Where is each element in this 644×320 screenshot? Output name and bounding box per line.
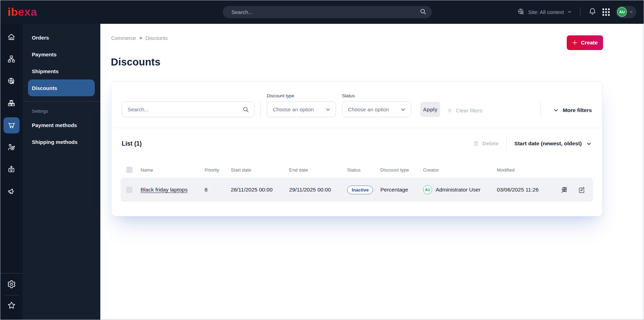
search-icon[interactable]: [420, 8, 427, 16]
status-value: Choose an option: [348, 106, 389, 112]
more-filters-toggle[interactable]: More filters: [553, 107, 592, 113]
menu-item-shipments[interactable]: Shipments: [23, 63, 100, 79]
chevron-down-icon: [553, 107, 559, 113]
status-filter: Status Choose an option: [342, 93, 411, 117]
main-content: Commerce > Discounts Create Discounts Di…: [100, 24, 644, 320]
page-title: Discounts: [111, 56, 160, 68]
discount-type-filter: Discount type Choose an option: [267, 93, 336, 117]
discount-type-label: Discount type: [267, 93, 336, 98]
menu-item-orders[interactable]: Orders: [23, 29, 100, 46]
marketing-megaphone-icon[interactable]: [3, 180, 20, 202]
chevron-down-icon: [586, 141, 592, 147]
filter-search-input[interactable]: [128, 106, 242, 112]
delete-button[interactable]: Delete: [473, 140, 499, 147]
commerce-cart-icon-active[interactable]: [3, 114, 20, 136]
products-boxes-icon[interactable]: [3, 92, 20, 114]
discounts-table: Name Priority Start date End date Status…: [121, 165, 593, 202]
site-context-selector[interactable]: Site: All context: [517, 8, 572, 16]
notifications-bell-icon[interactable]: [588, 7, 596, 17]
content-structure-icon[interactable]: [3, 48, 20, 70]
user-avatar: AU: [617, 7, 627, 17]
global-search-input[interactable]: [231, 9, 420, 15]
creator-avatar: AU: [423, 185, 432, 194]
apply-button[interactable]: Apply: [420, 102, 440, 117]
discount-type-value: Choose an option: [273, 106, 314, 112]
chevron-down-icon: [629, 10, 633, 14]
delete-button-label: Delete: [482, 140, 499, 147]
col-priority: Priority: [205, 167, 231, 173]
menu-item-payment-methods[interactable]: Payment methods: [23, 117, 100, 133]
home-icon[interactable]: [3, 26, 20, 48]
cell-discount-type: Percentage: [380, 187, 423, 193]
col-discount-type: Discount type: [380, 167, 423, 173]
status-label: Status: [342, 93, 411, 98]
close-icon: [447, 107, 453, 113]
list-header-divider: [506, 136, 507, 151]
cell-priority: 8: [205, 187, 231, 193]
col-end-date: End date: [289, 167, 347, 173]
filter-search-box[interactable]: [122, 102, 255, 117]
col-name: Name: [141, 167, 205, 173]
menu-item-shipping-methods[interactable]: Shipping methods: [23, 133, 100, 150]
breadcrumb-discounts[interactable]: Discounts: [145, 35, 168, 41]
edit-icon[interactable]: [578, 186, 586, 194]
list-header: List (1) Delete Start date (newest, olde…: [112, 137, 602, 151]
col-start-date: Start date: [231, 167, 289, 173]
breadcrumb-commerce[interactable]: Commerce: [111, 35, 136, 41]
row-checkbox[interactable]: [126, 187, 133, 193]
plus-icon: [572, 40, 578, 46]
create-button[interactable]: Create: [567, 35, 603, 50]
status-select[interactable]: Choose an option: [342, 102, 411, 117]
trash-icon: [473, 140, 479, 147]
topbar-right-cluster: Site: All context AU: [517, 6, 636, 18]
discounts-card: Discount type Choose an option Status Ch…: [111, 81, 602, 216]
user-menu[interactable]: AU: [616, 6, 636, 18]
cell-modified: 03/06/2025 11:26: [497, 187, 560, 193]
discount-name-link[interactable]: Black friday laptops: [141, 187, 187, 193]
topbar: ibexa Site: All context AU: [0, 0, 644, 24]
favorites-star-icon[interactable]: [7, 295, 16, 315]
rail-bottom-group: [0, 273, 23, 315]
personnel-badge-icon[interactable]: [3, 158, 20, 180]
status-badge: Inactive: [347, 186, 373, 194]
filter-divider: [541, 102, 541, 117]
menu-item-payments[interactable]: Payments: [23, 46, 100, 63]
sidebar-icon-rail: [0, 24, 23, 320]
table-header-row: Name Priority Start date End date Status…: [121, 165, 593, 175]
sort-dropdown[interactable]: Start date (newest, oldest): [514, 140, 592, 147]
filter-bar: Discount type Choose an option Status Ch…: [112, 82, 602, 128]
site-context-label: Site: All context: [528, 9, 564, 15]
search-icon[interactable]: [242, 106, 249, 113]
site-globe-search-icon: [517, 8, 525, 16]
cell-start-date: 28/11/2025 00:00: [231, 187, 289, 193]
apps-grid-icon[interactable]: [602, 8, 610, 16]
breadcrumb-separator: >: [139, 36, 142, 41]
cell-end-date: 29/11/2025 00:00: [289, 187, 347, 193]
chevron-down-icon: [325, 107, 331, 112]
list-title: List (1): [122, 140, 142, 147]
creator-name: Administrator User: [436, 187, 480, 193]
menu-item-discounts[interactable]: Discounts: [28, 79, 95, 96]
row-actions: [560, 186, 587, 194]
settings-gear-icon[interactable]: [7, 273, 16, 295]
sort-label: Start date (newest, oldest): [514, 140, 582, 147]
filter-divider: [260, 102, 261, 117]
more-filters-label: More filters: [563, 107, 592, 113]
discount-type-select[interactable]: Choose an option: [267, 102, 336, 117]
active-icon-highlight: [3, 117, 20, 133]
col-status: Status: [347, 167, 380, 173]
site-globe-icon[interactable]: [3, 70, 20, 92]
table-row: Black friday laptops 8 28/11/2025 00:00 …: [121, 178, 593, 202]
preview-disabled-icon[interactable]: [560, 186, 568, 194]
topbar-divider: [580, 7, 580, 16]
customer-target-icon[interactable]: [3, 136, 20, 158]
clear-filters-label: Clear filters: [456, 107, 482, 113]
create-button-label: Create: [581, 40, 598, 46]
global-search[interactable]: [223, 6, 432, 18]
ibexa-logo[interactable]: ibexa: [8, 6, 37, 18]
col-modified: Modified: [497, 167, 560, 173]
clear-filters-button[interactable]: Clear filters: [447, 107, 482, 113]
select-all-checkbox[interactable]: [126, 167, 133, 173]
chevron-down-icon: [400, 107, 406, 112]
commerce-menu-panel: Orders Payments Shipments Discounts Sett…: [23, 24, 100, 320]
